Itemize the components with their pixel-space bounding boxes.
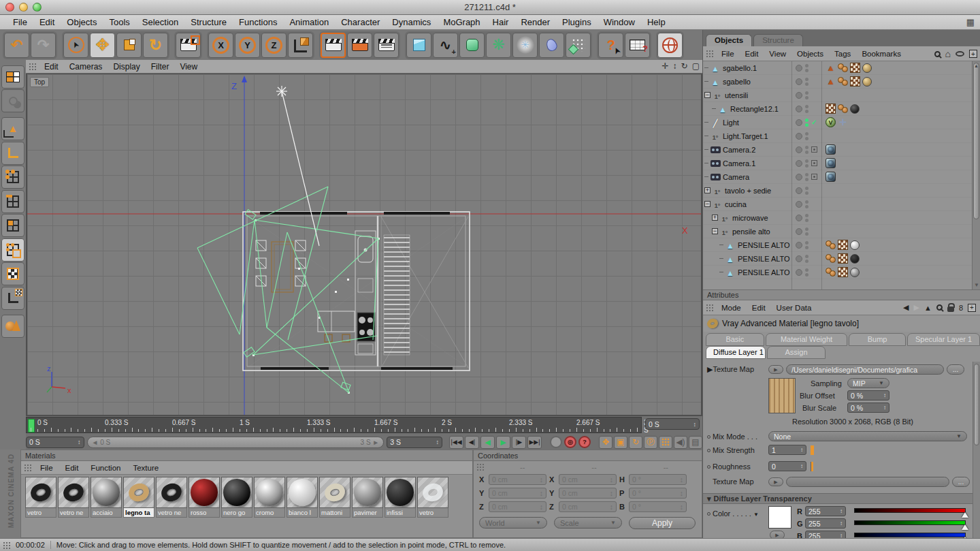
goto-start-button[interactable]: |◀◀	[449, 436, 463, 449]
add-deformer-button[interactable]	[539, 33, 564, 58]
spinner-icon[interactable]: ↕	[540, 475, 543, 484]
panel-grip[interactable]	[706, 304, 715, 311]
minimize-window-button[interactable]	[19, 3, 28, 12]
tab-assign[interactable]: Assign	[767, 346, 826, 359]
layer-dot-icon[interactable]	[796, 160, 802, 167]
coordinate-system-dropdown[interactable]: World▼	[479, 517, 547, 529]
visibility-dots-icon[interactable]	[805, 187, 808, 195]
timeline-end-field[interactable]: 3 S↕	[387, 437, 442, 448]
animate-dot-icon[interactable]	[707, 465, 710, 469]
material-swatch[interactable]: mattoni	[319, 477, 350, 518]
texture-axis-mode-button[interactable]	[1, 287, 24, 310]
object-row[interactable]: Camera	[703, 170, 980, 184]
texture-thumbnail[interactable]	[768, 378, 796, 413]
add-particles-button[interactable]: ✳	[512, 33, 538, 58]
add-spline-button[interactable]: ∿+	[433, 33, 458, 58]
live-selection-button[interactable]: ➤	[63, 33, 88, 58]
spinner-icon[interactable]: ↕	[610, 475, 613, 484]
materials-menu-file[interactable]: File	[34, 464, 59, 472]
smoothing-tag-icon[interactable]	[838, 104, 848, 114]
uvw-tag-icon[interactable]	[826, 104, 836, 114]
object-manager-menu-tags[interactable]: Tags	[829, 50, 856, 58]
add-environment-button[interactable]	[566, 33, 591, 58]
menu-animation[interactable]: Animation	[283, 17, 335, 27]
material-swatch[interactable]: infissi	[385, 477, 416, 518]
material-tag-icon[interactable]	[862, 63, 872, 73]
layer-dot-icon[interactable]	[796, 228, 802, 235]
coordinate-field-p[interactable]: 0 °↕	[629, 488, 687, 499]
viewport-menu-cameras[interactable]: Cameras	[64, 62, 108, 72]
attributes-menu-user-data[interactable]: User Data	[771, 304, 817, 312]
play-forward-button[interactable]: ▶	[496, 436, 510, 449]
eight-icon[interactable]: 8	[959, 304, 963, 312]
layer-dot-icon[interactable]	[796, 65, 802, 72]
viewport-pan-icon[interactable]: ✛	[662, 61, 669, 71]
tab-objects[interactable]: Objects	[706, 34, 752, 46]
tab-basic[interactable]: Basic	[706, 333, 764, 346]
material-swatch[interactable]: bianco l	[287, 477, 318, 518]
material-swatch[interactable]: rosso	[189, 477, 220, 518]
search-icon[interactable]	[934, 51, 941, 57]
attributes-menu-edit[interactable]: Edit	[747, 304, 771, 312]
viewport-rotate-icon[interactable]: ↻	[681, 61, 688, 71]
uvw-tag-icon[interactable]	[838, 253, 848, 264]
material-swatch[interactable]: cromo	[254, 477, 285, 518]
object-row[interactable]: Camera.1	[703, 157, 980, 170]
materials-menu-edit[interactable]: Edit	[59, 464, 85, 472]
coordinate-field-h[interactable]: 0 °↕	[629, 474, 687, 485]
visibility-dots-icon[interactable]	[805, 78, 808, 86]
channel-r-gradient-slider[interactable]	[854, 508, 966, 513]
current-time-field[interactable]: 0 S↕	[645, 418, 700, 430]
lock-icon[interactable]	[947, 306, 954, 312]
layer-dot-icon[interactable]	[796, 242, 802, 249]
record-disabled-button[interactable]	[550, 436, 562, 448]
object-row[interactable]: ▲PENSILE ALTO	[703, 252, 980, 266]
active-mode-button[interactable]	[1, 238, 24, 262]
visibility-dots-icon[interactable]	[805, 268, 808, 277]
spinner-icon[interactable]: ↕	[610, 503, 613, 511]
layout-button[interactable]	[1, 65, 24, 89]
coordinate-field-z[interactable]: 0 cm↕	[559, 501, 617, 512]
render-view-button[interactable]	[321, 33, 346, 58]
material-tag-icon[interactable]	[850, 268, 860, 277]
history-back-icon[interactable]: ◀	[903, 303, 909, 312]
layer-dot-icon[interactable]	[796, 201, 802, 208]
channel-g-field[interactable]: 255↕	[805, 518, 846, 529]
layer-dot-icon[interactable]	[796, 255, 802, 262]
add-cube-button[interactable]	[406, 33, 431, 58]
materials-menu-texture[interactable]: Texture	[127, 464, 165, 472]
spinner-icon[interactable]: ↕	[680, 503, 683, 511]
home-icon[interactable]: ⌂	[945, 50, 951, 57]
object-row[interactable]: 1°Light.Target.1	[703, 129, 980, 143]
material-swatch[interactable]: vetro ne	[156, 477, 187, 518]
add-panel-icon[interactable]: +	[969, 50, 977, 58]
menu-functions[interactable]: Functions	[233, 17, 283, 27]
lock-z-axis-button[interactable]: Z	[261, 33, 287, 58]
menu-render[interactable]: Render	[514, 17, 556, 27]
camera-lens-tag-icon[interactable]	[826, 172, 836, 182]
collapse-icon[interactable]: −	[704, 201, 710, 207]
material-swatch[interactable]: legno ta	[123, 477, 154, 518]
key-scale-button[interactable]: ▣	[614, 436, 627, 449]
visibility-dots-icon[interactable]	[805, 200, 808, 208]
zoom-window-button[interactable]	[33, 3, 42, 12]
viewport-menu-edit[interactable]: Edit	[39, 62, 64, 72]
visibility-dots-icon[interactable]	[805, 119, 808, 127]
texture2-popup-button[interactable]: ▶	[768, 477, 783, 486]
timeline-ruler[interactable]: 0 S0.333 S0.667 S1 S1.333 S1.667 S2 S2.3…	[26, 417, 642, 433]
context-help-button[interactable]: ?➤	[598, 33, 623, 58]
object-row[interactable]: −1°cucina	[703, 198, 980, 211]
menu-hair[interactable]: Hair	[487, 17, 515, 27]
channel-g-gradient-slider[interactable]	[854, 520, 966, 525]
smoothing-tag-icon[interactable]	[826, 253, 836, 264]
viewport-menu-display[interactable]: Display	[108, 62, 145, 72]
expand-icon[interactable]: +	[704, 187, 710, 193]
goto-end-button[interactable]: ▶▶|	[527, 436, 542, 449]
roughness-slider[interactable]	[811, 462, 812, 471]
menu-tools[interactable]: Tools	[103, 17, 135, 27]
object-tree-scrollbar[interactable]: ▲ ▼	[972, 61, 980, 289]
texture-mode-button[interactable]	[1, 262, 24, 285]
sampling-dropdown[interactable]: MIP▼	[847, 378, 889, 388]
tab-diffuse-layer-1[interactable]: Diffuse Layer 1	[706, 346, 766, 359]
next-frame-button[interactable]: |▶	[512, 436, 526, 449]
